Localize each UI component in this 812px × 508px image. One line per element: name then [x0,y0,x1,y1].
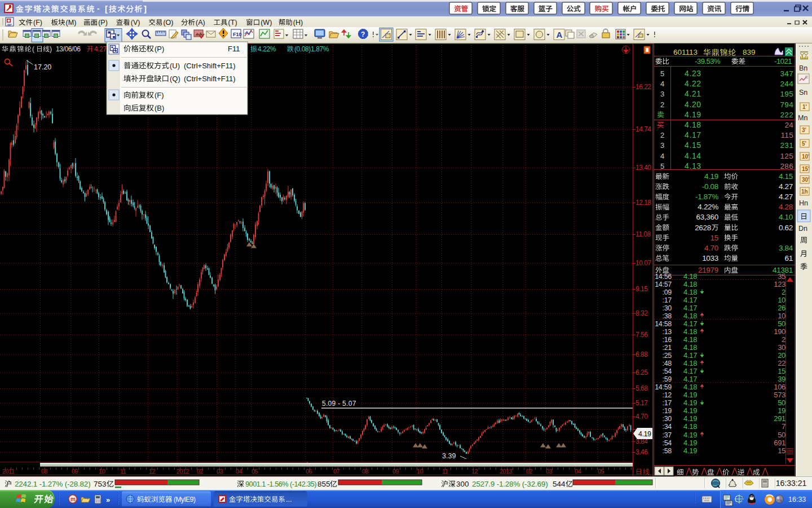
svg-text::16: :16 [663,336,672,344]
svg-text:544: 544 [553,480,566,488]
svg-text:[: [ [105,4,108,14]
svg-text:4.19: 4.19 [683,391,697,399]
svg-text:6.25: 6.25 [636,369,648,376]
svg-text:20: 20 [778,351,785,360]
svg-text:13/06/06: 13/06/06 [56,45,81,53]
svg-text:m: m [70,496,76,502]
svg-text:4.21: 4.21 [685,89,701,98]
svg-text:4.18: 4.18 [683,312,697,320]
svg-text:4.18: 4.18 [683,422,697,431]
svg-text:4.18: 4.18 [683,359,697,367]
svg-text:4.27: 4.27 [779,182,793,191]
svg-text:3: 3 [660,141,664,150]
svg-text:09: 09 [72,468,78,475]
svg-text:4.70: 4.70 [636,413,648,421]
svg-text:3: 3 [660,90,664,98]
svg-text:-1021: -1021 [774,57,792,65]
svg-text:(F): (F) [155,91,164,99]
svg-text:21979: 21979 [698,266,718,274]
svg-text:4.19: 4.19 [683,431,697,439]
svg-text:4.19: 4.19 [704,172,718,181]
svg-text:10': 10' [802,154,810,160]
svg-text::58: :58 [663,447,672,455]
svg-text:115: 115 [781,131,793,139]
svg-text:): ) [50,45,52,53]
svg-text:35: 35 [778,272,785,281]
svg-text:3.46: 3.46 [636,448,648,456]
svg-text:4.17: 4.17 [685,130,701,139]
svg-text:19: 19 [778,406,785,415]
svg-text:Mn: Mn [798,114,807,122]
svg-text:6.88: 6.88 [636,351,648,358]
svg-text:9.15: 9.15 [636,285,648,293]
svg-text:14:59: 14:59 [655,383,672,391]
svg-text:50: 50 [778,398,785,407]
svg-text:10: 10 [417,468,423,475]
svg-text::37: :37 [663,431,672,439]
svg-text::12: :12 [663,391,672,399]
svg-text:106: 106 [774,383,785,391]
svg-text:4: 4 [660,152,664,160]
svg-text:5: 5 [660,69,664,78]
svg-text:2527.9 -1.28% (-32.69): 2527.9 -1.28% (-32.69) [472,480,548,488]
svg-text:4.18: 4.18 [683,335,697,344]
svg-text:4.18: 4.18 [683,288,697,296]
svg-text:15: 15 [710,234,718,242]
svg-text:4.15: 4.15 [779,172,793,181]
svg-text:4.10: 4.10 [779,213,793,221]
svg-text:231: 231 [780,141,793,150]
svg-text:04: 04 [236,468,242,475]
svg-text:02: 02 [197,468,204,475]
svg-text:4.28: 4.28 [779,203,793,211]
svg-text:2: 2 [660,100,664,109]
svg-text::30: :30 [663,304,672,312]
svg-text:4.18: 4.18 [683,383,697,391]
svg-text:61: 61 [785,254,793,262]
svg-text:286: 286 [780,162,793,170]
svg-text:4.18: 4.18 [683,327,697,336]
svg-text:(O): (O) [163,19,173,27]
svg-text:0.62: 0.62 [779,224,793,232]
svg-text:347: 347 [780,69,793,78]
svg-text:16:33:21: 16:33:21 [776,479,807,488]
svg-text:11: 11 [120,468,126,475]
svg-text:14.74: 14.74 [636,125,651,133]
svg-text:63,360: 63,360 [696,213,719,221]
svg-text:02: 02 [526,468,533,475]
svg-text:4.20: 4.20 [685,100,701,109]
svg-text::19: :19 [663,407,672,415]
svg-text:-: - [97,4,100,13]
svg-text:4.70: 4.70 [704,244,718,252]
svg-text:9001.1 -1.56% (-142.35): 9001.1 -1.56% (-142.35) [245,480,316,488]
svg-text:15': 15' [802,166,810,172]
svg-text:2012: 2012 [176,468,189,475]
svg-text:A: A [557,30,563,40]
svg-text:(0.08)1.87%: (0.08)1.87% [294,45,329,53]
svg-text:5.17: 5.17 [636,399,648,407]
svg-text:(B): (B) [155,104,164,112]
svg-text:2: 2 [782,335,785,344]
svg-text:15: 15 [778,446,785,455]
svg-text:(H): (H) [293,19,303,27]
svg-text:5.09 - 5.07: 5.09 - 5.07 [322,400,356,408]
svg-text:(W): (W) [261,19,272,27]
svg-text::48: :48 [663,360,672,367]
svg-text:10.07: 10.07 [636,259,651,267]
svg-text:Dn: Dn [798,225,807,233]
svg-text:4.19: 4.19 [683,439,697,447]
svg-text::17: :17 [663,399,672,407]
svg-text:300: 300 [456,480,469,488]
svg-text:190: 190 [774,327,785,336]
svg-text:06: 06 [306,468,312,475]
svg-text:5: 5 [660,162,664,170]
svg-text:(Ctrl+Shift+F11): (Ctrl+Shift+F11) [184,62,236,70]
svg-text:03: 03 [217,468,223,475]
svg-text:30': 30' [802,177,810,183]
svg-text:08: 08 [41,468,48,475]
svg-text:4: 4 [660,80,664,88]
svg-text:(T): (T) [228,19,237,27]
svg-text:39: 39 [778,375,785,383]
svg-text:(A): (A) [196,19,205,27]
svg-text::38: :38 [663,312,672,320]
svg-text:12: 12 [149,468,156,475]
